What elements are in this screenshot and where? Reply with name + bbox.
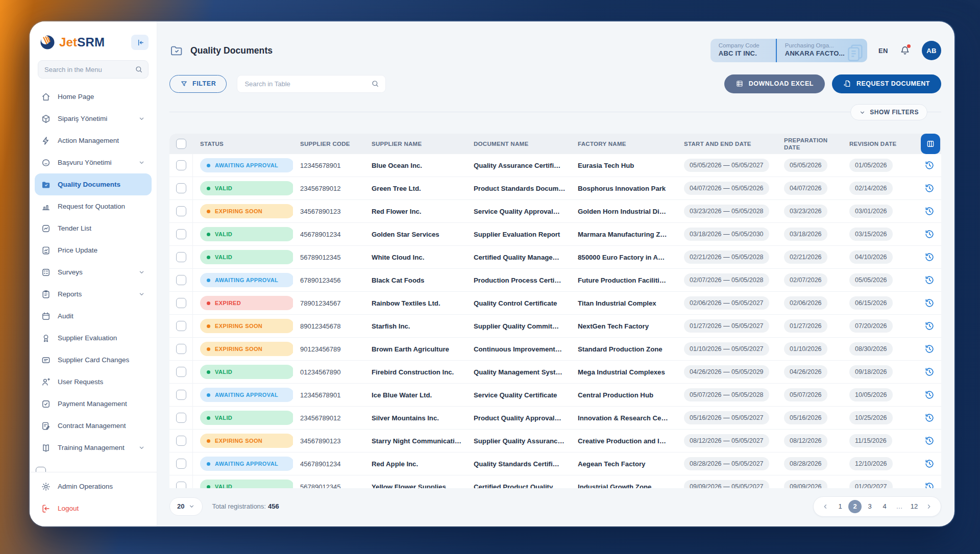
revision-date-cell: 01/05/2026 [849,159,893,172]
preparation-date-cell: 02/06/2026 [784,296,827,310]
status-badge: VALID [200,227,293,241]
start-end-date-cell: 05/07/2026 — 05/05/2028 [684,388,769,401]
request-document-button[interactable]: REQUEST DOCUMENT [832,74,941,93]
page-number-4[interactable]: 4 [878,500,891,513]
sidebar-item-surveys[interactable]: Surveys [35,261,152,283]
download-excel-button[interactable]: DOWNLOAD EXCEL [724,74,825,93]
sidebar-item-home-page[interactable]: Home Page [35,86,152,108]
revision-history-button[interactable] [923,159,936,172]
notification-dot [907,44,911,48]
folder-icon [41,180,51,190]
revision-history-button[interactable] [923,296,936,310]
filter-button[interactable]: FILTER [169,75,227,93]
menu-search-input[interactable] [44,66,135,73]
company-code-section[interactable]: Company Code ABC IT INC. [710,39,776,62]
row-checkbox[interactable] [176,367,186,377]
previous-page-button[interactable] [819,500,832,513]
row-checkbox[interactable] [176,183,186,193]
page-number-3[interactable]: 3 [863,500,876,513]
revision-history-button[interactable] [923,388,936,401]
page-number-12[interactable]: 12 [908,500,921,513]
row-checkbox[interactable] [176,390,186,400]
column-header-revision-date[interactable]: REVISION DATE [842,140,918,147]
select-all-checkbox[interactable] [176,139,186,149]
sidebar-item-admin-operations[interactable]: Admin Operations [35,475,152,497]
sidebar-item-supplier-evaluation[interactable]: Supplier Evaluation [35,327,152,349]
row-checkbox[interactable] [176,344,186,354]
column-header-supplier-code[interactable]: SUPPLIER CODE [293,140,364,147]
revision-history-button[interactable] [923,365,936,379]
page-size-select[interactable]: 20 [169,497,203,516]
revision-history-button[interactable] [923,434,936,447]
table-search-input[interactable] [244,80,371,88]
sidebar-item-contract-management[interactable]: Contract Management [35,415,152,437]
revision-history-button[interactable] [923,250,936,264]
sidebar-item-user-requests[interactable]: User Requests [35,371,152,393]
sidebar-item-request-for-quotation[interactable]: Request for Quotation [35,195,152,217]
avatar[interactable]: AB [922,41,941,60]
sidebar-item-reports[interactable]: Reports [35,283,152,305]
page-number-1[interactable]: 1 [834,500,847,513]
sidebar-item-ba-vuru-y-netimi[interactable]: Başvuru Yönetimi [35,152,152,173]
logo-icon [39,34,56,51]
notifications-bell-icon[interactable] [899,45,911,56]
sidebar-item-quality-documents[interactable]: Quality Documents [35,173,152,195]
column-header-preparation-date[interactable]: PREPARATION DATE [777,137,842,152]
sidebar-item-logout[interactable]: Logout [35,497,152,519]
supplier-name-cell: Brown Earth Agriculture [364,345,467,353]
revision-history-button[interactable] [923,319,936,333]
status-dot [207,279,210,282]
row-checkbox[interactable] [176,206,186,216]
row-checkbox[interactable] [176,252,186,262]
row-checkbox[interactable] [176,298,186,308]
revision-history-button[interactable] [923,182,936,195]
table-row: VALID 56789012345 Yellow Flower Supplies… [169,475,941,488]
company-org-selector[interactable]: Company Code ABC IT INC. Purchasing Orga… [710,39,867,62]
row-checkbox[interactable] [176,321,186,331]
column-header-factory-name[interactable]: FACTORY NAME [571,140,677,147]
pagination: 1234…12 [813,496,941,517]
price-doc-icon [41,245,51,256]
sidebar-item-sipari-y-netimi[interactable]: Sipariş Yönetimi [35,108,152,130]
revision-history-button[interactable] [923,480,936,488]
row-checkbox[interactable] [176,482,186,488]
column-header-status[interactable]: STATUS [193,140,293,147]
row-checkbox[interactable] [176,275,186,285]
table-row: VALID 45678901234 Golden Star Services S… [169,223,941,246]
revision-history-button[interactable] [923,273,936,287]
revision-history-button[interactable] [923,411,936,424]
sidebar-item-action-management[interactable]: Action Management [35,130,152,152]
revision-history-button[interactable] [923,228,936,241]
page-number-2[interactable]: 2 [848,500,862,513]
sidebar-item-payment-management[interactable]: Payment Management [35,393,152,415]
column-header-start-end-date[interactable]: START AND END DATE [677,140,777,147]
sidebar-item-tender-list[interactable]: Tender List [35,217,152,239]
language-selector[interactable]: EN [878,47,888,55]
revision-history-button[interactable] [923,205,936,218]
status-badge: AWAITING APPROVAL [200,273,293,287]
status-dot [207,164,210,167]
sidebar-collapse-button[interactable] [131,35,149,50]
sidebar-item-supplier-card-changes[interactable]: Supplier Card Changes [35,349,152,371]
table-search [237,75,386,93]
column-header-supplier-name[interactable]: SUPPLIER NAME [364,140,467,147]
next-page-button[interactable] [922,500,936,513]
document-name-cell: Service Quality Approval… [467,208,571,215]
revision-history-button[interactable] [923,342,936,356]
row-checkbox[interactable] [176,229,186,239]
sidebar-item-training-management[interactable]: Training Management [35,437,152,459]
sidebar-item-price-update[interactable]: Price Update [35,239,152,261]
revision-history-button[interactable] [923,457,936,470]
row-checkbox[interactable] [176,413,186,423]
column-header-document-name[interactable]: DOCUMENT NAME [467,140,571,147]
chevron-down-icon [138,290,145,298]
column-settings-button[interactable] [921,134,940,154]
sidebar-item-audit[interactable]: Audit [35,305,152,327]
factory-name-cell: 850000 Euro Factory in A… [571,254,677,261]
preparation-date-cell: 01/27/2026 [784,319,827,333]
row-checkbox[interactable] [176,436,186,446]
history-icon [924,367,935,377]
show-filters-button[interactable]: SHOW FILTERS [850,104,927,120]
row-checkbox[interactable] [176,459,186,469]
row-checkbox[interactable] [176,160,186,170]
